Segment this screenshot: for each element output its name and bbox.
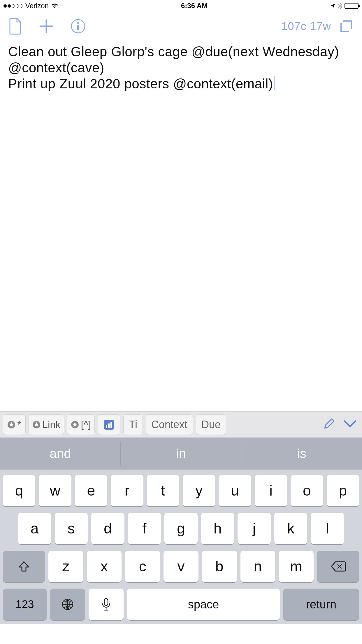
key-l[interactable]: l xyxy=(311,513,344,544)
suggestion-item[interactable]: and xyxy=(0,438,121,470)
location-icon xyxy=(330,3,336,9)
stats-button[interactable] xyxy=(98,414,120,435)
info-button[interactable] xyxy=(71,19,86,34)
suggestion-item[interactable]: is xyxy=(241,438,362,470)
numbers-key[interactable]: 123 xyxy=(3,589,47,620)
key-k[interactable]: k xyxy=(274,513,307,544)
svg-rect-11 xyxy=(104,598,108,606)
wifi-icon xyxy=(51,3,59,9)
snippet-asterisk-button[interactable]: * xyxy=(3,414,26,435)
key-row: q w e r t y u i o p xyxy=(3,475,359,506)
hide-keyboard-icon[interactable] xyxy=(343,420,357,429)
key-v[interactable]: v xyxy=(164,551,198,582)
key-x[interactable]: x xyxy=(87,551,122,582)
key-i[interactable]: i xyxy=(255,475,287,506)
svg-rect-8 xyxy=(108,424,110,428)
status-left: Verizon xyxy=(3,2,59,10)
key-t[interactable]: t xyxy=(147,475,179,506)
bluetooth-icon xyxy=(338,3,342,9)
app-toolbar: 107c 17w xyxy=(0,12,362,41)
tag-due-button[interactable]: Due xyxy=(196,414,226,435)
keyboard-accessory-bar: * Link [^] Ti Context Due xyxy=(0,411,362,438)
pencil-icon[interactable] xyxy=(322,418,335,432)
key-u[interactable]: u xyxy=(219,475,251,506)
space-key[interactable]: space xyxy=(127,589,280,620)
key-r[interactable]: r xyxy=(111,475,143,506)
status-right xyxy=(330,3,359,9)
text-editor[interactable]: Clean out Gleep Glorp's cage @due(next W… xyxy=(0,41,362,411)
snippet-link-button[interactable]: Link xyxy=(29,414,64,435)
on-screen-keyboard: and in is q w e r t y u i o p a s d f g … xyxy=(0,438,362,624)
shift-key[interactable] xyxy=(3,551,45,582)
key-a[interactable]: a xyxy=(18,513,51,544)
return-key[interactable]: return xyxy=(283,589,359,620)
key-c[interactable]: c xyxy=(125,551,160,582)
key-b[interactable]: b xyxy=(202,551,237,582)
carrier-label: Verizon xyxy=(25,2,49,10)
editor-line: Clean out Gleep Glorp's cage @due(next W… xyxy=(8,44,354,76)
suggestion-item[interactable]: in xyxy=(121,438,241,470)
new-button[interactable] xyxy=(38,18,54,34)
document-icon[interactable] xyxy=(9,18,22,35)
key-w[interactable]: w xyxy=(39,475,71,506)
key-o[interactable]: o xyxy=(291,475,323,506)
svg-point-1 xyxy=(77,22,79,24)
char-count-label: 107c 17w xyxy=(281,20,331,33)
key-m[interactable]: m xyxy=(279,551,314,582)
tag-context-button[interactable]: Context xyxy=(146,414,193,435)
key-p[interactable]: p xyxy=(327,475,359,506)
key-s[interactable]: s xyxy=(55,513,88,544)
key-q[interactable]: q xyxy=(3,475,35,506)
key-h[interactable]: h xyxy=(201,513,234,544)
key-g[interactable]: g xyxy=(164,513,198,544)
dictation-key[interactable] xyxy=(89,589,124,620)
svg-rect-2 xyxy=(77,25,79,30)
key-j[interactable]: j xyxy=(238,513,271,544)
clock-label: 6:36 AM xyxy=(181,2,208,10)
editor-line: Print up Zuul 2020 posters @context(emai… xyxy=(8,76,354,92)
status-bar: Verizon 6:36 AM xyxy=(0,0,362,12)
text-cursor xyxy=(274,76,275,90)
svg-rect-9 xyxy=(110,422,112,428)
svg-rect-7 xyxy=(106,425,107,428)
key-e[interactable]: e xyxy=(75,475,107,506)
globe-key[interactable] xyxy=(50,589,85,620)
tag-ti-button[interactable]: Ti xyxy=(123,414,143,435)
suggestion-bar: and in is xyxy=(0,438,362,470)
snippet-footnote-button[interactable]: [^] xyxy=(67,414,95,435)
signal-strength-icon xyxy=(3,4,23,8)
key-z[interactable]: z xyxy=(48,551,83,582)
battery-icon xyxy=(345,3,359,9)
key-d[interactable]: d xyxy=(91,513,124,544)
key-row: a s d f g h j k l xyxy=(3,513,359,544)
backspace-key[interactable] xyxy=(317,551,359,582)
key-row: 123 space return xyxy=(3,589,359,620)
key-y[interactable]: y xyxy=(183,475,215,506)
key-n[interactable]: n xyxy=(240,551,275,582)
key-row: z x c v b n m xyxy=(3,551,359,582)
key-f[interactable]: f xyxy=(128,513,161,544)
fullscreen-button[interactable] xyxy=(339,19,353,33)
